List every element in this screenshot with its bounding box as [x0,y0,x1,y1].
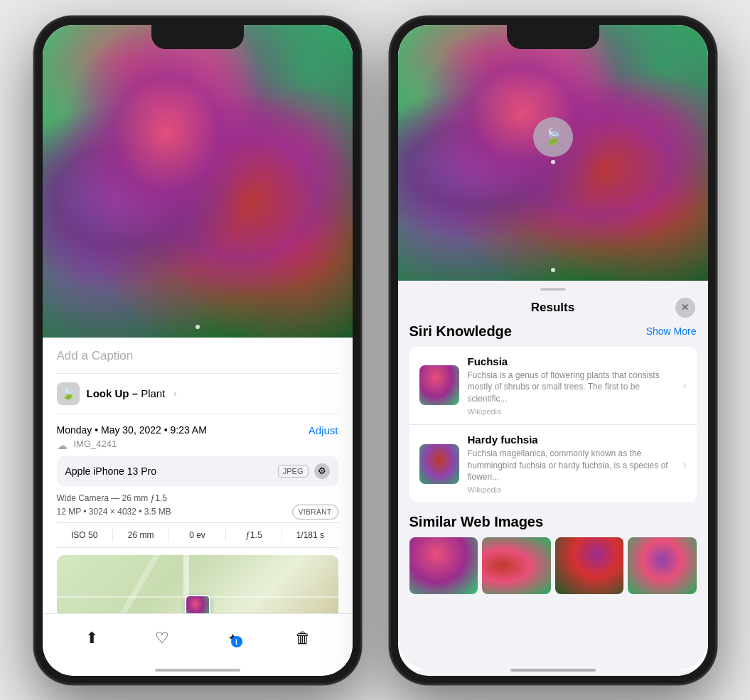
format-badge: JPEG [278,465,309,478]
info-badge: ✦ i [227,630,238,646]
fuchsia-chevron-icon: › [683,379,687,391]
plant-lookup-icon: 🍃 [57,382,80,405]
results-header: Results ✕ [398,291,708,323]
similar-image-4[interactable] [628,537,697,594]
trash-icon: 🗑 [295,629,311,647]
fuchsia-item[interactable]: Fuchsia Fuchsia is a genus of flowering … [409,347,697,425]
exif-row: ISO 50 26 mm 0 ev ƒ1.5 1/181 s [57,522,338,548]
siri-knowledge-header: Siri Knowledge Show More [409,323,697,340]
map-area[interactable] [57,555,338,613]
wide-camera-text: Wide Camera — 26 mm ƒ1.5 [57,492,338,505]
caption-field[interactable]: Add a Caption [57,338,338,374]
results-title: Results [431,301,675,315]
notch-2 [507,25,599,49]
fuchsia-source: Wikipedia [468,407,675,416]
mp-text: 12 MP • 3024 × 4032 • 3.5 MB [57,505,171,518]
hardy-fuchsia-source: Wikipedia [468,485,675,494]
phone-2-screen: 🍃 Results ✕ Si [398,25,708,676]
device-badges: JPEG ⚙ [278,463,330,479]
fuchsia-text: Fuchsia Fuchsia is a genus of flowering … [468,355,675,416]
device-row: Apple iPhone 13 Pro JPEG ⚙ [57,456,338,486]
hardy-fuchsia-thumbnail [419,444,459,484]
phone-2: 🍃 Results ✕ Si [390,16,717,684]
photo-area-2: 🍃 [398,25,708,281]
date-row: Monday • May 30, 2022 • 9:23 AM IMG_4241… [57,414,338,449]
lookup-bubble-dot [551,160,555,164]
similar-image-2[interactable] [482,537,551,594]
knowledge-card: Fuchsia Fuchsia is a genus of flowering … [409,347,697,503]
hardy-fuchsia-description: Fuchsia magellanica, commonly known as t… [468,448,675,483]
adjust-button[interactable]: Adjust [309,424,338,436]
info-area: Add a Caption 🍃 Look Up – Plant › [43,338,353,613]
lookup-label: Look Up – Plant [87,387,166,399]
cloud-icon [57,439,70,448]
info-button[interactable]: ✦ i [217,623,248,654]
delete-button[interactable]: 🗑 [287,623,318,654]
hardy-fuchsia-text: Hardy fuchsia Fuchsia magellanica, commo… [468,434,675,494]
results-body: Siri Knowledge Show More Fuchsia [398,323,708,606]
show-more-button[interactable]: Show More [646,325,697,337]
siri-knowledge-title: Siri Knowledge [409,323,512,340]
exif-mm: 26 mm [113,529,169,542]
fuchsia-thumbnail [419,365,459,405]
hardy-fuchsia-chevron-icon: › [683,458,687,470]
similar-section: Similar Web Images [409,514,697,594]
notch [151,25,244,49]
exif-aperture: ƒ1.5 [226,529,282,542]
date-text: Monday • May 30, 2022 • 9:23 AM [57,424,207,436]
fuchsia-name: Fuchsia [468,355,675,367]
home-indicator [43,670,353,676]
vibrant-badge: VIBRANT [292,505,338,519]
gear-icon: ⚙ [314,463,330,479]
similar-images-row [409,537,697,594]
exif-ev: 0 ev [169,529,225,542]
results-panel: Results ✕ Siri Knowledge Show More [398,281,708,670]
photo-area-1 [43,25,353,338]
fuchsia-description: Fuchsia is a genus of flowering plants t… [468,370,675,405]
lookup-chevron-icon: › [173,388,176,399]
lookup-bubble[interactable]: 🍃 [533,117,573,157]
filename-row: IMG_4241 [57,438,207,449]
hardy-fuchsia-item[interactable]: Hardy fuchsia Fuchsia magellanica, commo… [409,425,697,502]
camera-specs: Wide Camera — 26 mm ƒ1.5 12 MP • 3024 × … [57,486,338,522]
heart-icon: ♡ [155,629,169,647]
specs-row: 12 MP • 3024 × 4032 • 3.5 MB VIBRANT [57,505,338,519]
lookup-row[interactable]: 🍃 Look Up – Plant › [57,374,338,414]
filename: IMG_4241 [74,438,117,449]
phone-1-screen: Add a Caption 🍃 Look Up – Plant › [43,25,353,676]
share-button[interactable]: ⬆ [76,623,107,654]
similar-section-header: Similar Web Images [409,514,697,530]
similar-image-3[interactable] [555,537,624,594]
page-dot [195,325,200,329]
device-name: Apple iPhone 13 Pro [65,465,156,477]
hardy-fuchsia-name: Hardy fuchsia [468,434,675,446]
close-button[interactable]: ✕ [675,298,695,318]
bottom-toolbar: ⬆ ♡ ✦ i 🗑 [43,613,353,670]
exif-shutter: 1/181 s [282,529,338,542]
home-indicator-2 [398,670,708,676]
exif-iso: ISO 50 [57,529,113,542]
similar-image-1[interactable] [409,537,478,594]
page-dot-2 [551,268,555,272]
map-photo-thumb [185,595,210,613]
info-circle: i [231,636,242,647]
similar-section-title: Similar Web Images [409,514,544,530]
phone-1: Add a Caption 🍃 Look Up – Plant › [34,16,361,684]
favorite-button[interactable]: ♡ [146,623,178,654]
share-icon: ⬆ [85,629,98,647]
date-info: Monday • May 30, 2022 • 9:23 AM IMG_4241 [57,424,207,449]
